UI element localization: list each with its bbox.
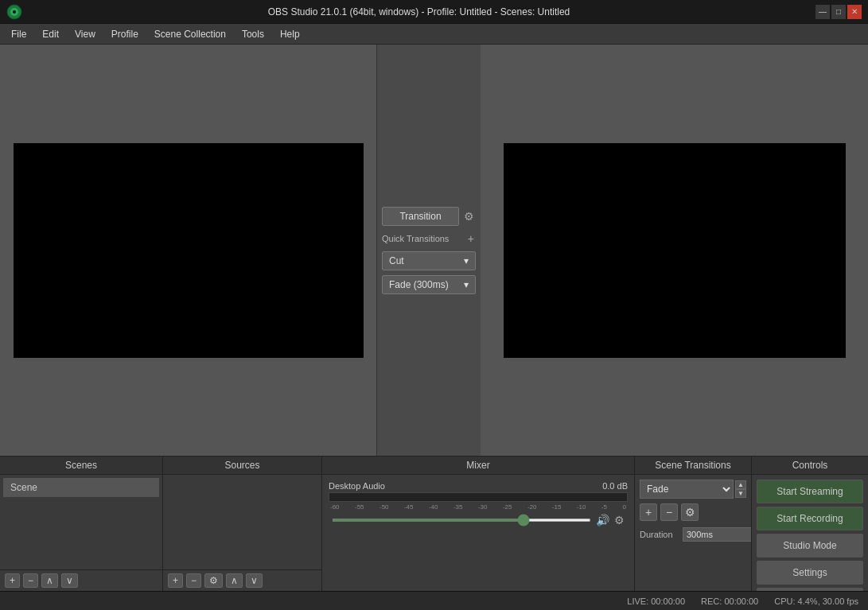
sources-toolbar: + − ⚙ ∧ ∨ <box>163 569 321 591</box>
add-source-button[interactable]: + <box>168 573 183 588</box>
transition-panel: Transition ⚙ Quick Transitions + Cut ▾ F… <box>377 45 481 456</box>
scene-transitions-content: Fade ▲ ▼ + − ⚙ Duration ▲ ▼ <box>635 475 751 591</box>
controls-content: Start Streaming Start Recording Studio M… <box>752 475 868 591</box>
scene-transition-settings-button[interactable]: ⚙ <box>681 503 699 521</box>
quick-transitions-label: Quick Transitions <box>382 234 449 243</box>
menu-file[interactable]: File <box>3 26 34 42</box>
maximize-button[interactable]: □ <box>831 5 846 19</box>
svg-point-2 <box>13 10 16 14</box>
add-scene-button[interactable]: + <box>5 573 20 588</box>
rec-status: REC: 00:00:00 <box>701 596 758 606</box>
menu-tools[interactable]: Tools <box>234 26 272 42</box>
menu-view[interactable]: View <box>67 26 103 42</box>
scenes-toolbar: + − ∧ ∨ <box>0 569 162 591</box>
move-source-down-button[interactable]: ∨ <box>246 573 263 588</box>
exit-button[interactable]: Exit <box>757 588 863 591</box>
remove-source-button[interactable]: − <box>186 573 201 588</box>
volume-slider[interactable] <box>332 519 591 522</box>
fade-select-row: Fade ▲ ▼ <box>640 480 746 499</box>
mixer-settings-button[interactable]: ⚙ <box>614 514 625 526</box>
fade-dropdown-arrow: ▾ <box>464 279 469 290</box>
right-preview-panel <box>481 45 868 456</box>
fade-dropdown[interactable]: Fade (300ms) ▾ <box>382 275 476 294</box>
titlebar: OBS Studio 21.0.1 (64bit, windows) - Pro… <box>0 0 868 24</box>
cpu-status: CPU: 4.4%, 30.00 fps <box>774 596 858 606</box>
cut-dropdown-arrow: ▾ <box>464 255 469 266</box>
mute-button[interactable]: 🔊 <box>596 514 609 526</box>
mixer-panel: Mixer Desktop Audio 0.0 dB -60 -55 -50 -… <box>322 457 635 591</box>
titlebar-title: OBS Studio 21.0.1 (64bit, windows) - Pro… <box>268 6 570 17</box>
menu-edit[interactable]: Edit <box>34 26 67 42</box>
move-scene-down-button[interactable]: ∨ <box>61 573 78 588</box>
left-preview-screen <box>14 143 364 358</box>
start-streaming-button[interactable]: Start Streaming <box>757 480 863 503</box>
titlebar-controls: — □ ✕ <box>815 5 862 19</box>
mixer-content: Desktop Audio 0.0 dB -60 -55 -50 -45 -40… <box>322 475 634 591</box>
desktop-audio-level: 0.0 dB <box>602 481 628 491</box>
sources-panel: Sources + − ⚙ ∧ ∨ <box>163 457 322 591</box>
move-source-up-button[interactable]: ∧ <box>226 573 243 588</box>
move-scene-up-button[interactable]: ∧ <box>41 573 58 588</box>
minimize-button[interactable]: — <box>815 5 830 19</box>
scene-transitions-toolbar: + − ⚙ <box>640 503 746 521</box>
menu-profile[interactable]: Profile <box>103 26 146 42</box>
scenes-content: Scene <box>0 475 162 569</box>
meter-scale: -60 -55 -50 -45 -40 -35 -30 -25 -20 -15 … <box>329 503 628 511</box>
mixer-channel-desktop: Desktop Audio 0.0 dB -60 -55 -50 -45 -40… <box>325 478 631 531</box>
add-scene-transition-button[interactable]: + <box>640 503 657 521</box>
scenes-panel: Scenes Scene + − ∧ ∨ <box>0 457 163 591</box>
sources-header: Sources <box>163 457 321 475</box>
studio-mode-button[interactable]: Studio Mode <box>757 534 863 558</box>
sources-content <box>163 475 321 569</box>
desktop-audio-label: Desktop Audio <box>329 481 385 491</box>
statusbar: LIVE: 00:00:00 REC: 00:00:00 CPU: 4.4%, … <box>0 591 868 610</box>
controls-header: Controls <box>752 457 868 475</box>
duration-input[interactable] <box>683 527 751 542</box>
cut-dropdown[interactable]: Cut ▾ <box>382 251 476 270</box>
bottom-area: Scenes Scene + − ∧ ∨ Sources + − ⚙ ∧ ∨ M… <box>0 456 868 591</box>
settings-button[interactable]: Settings <box>757 561 863 585</box>
left-preview-panel <box>0 45 377 456</box>
right-preview-screen <box>504 143 846 358</box>
live-status: LIVE: 00:00:00 <box>627 596 685 606</box>
scenes-header: Scenes <box>0 457 162 475</box>
duration-label: Duration <box>640 530 679 539</box>
scene-transitions-header: Scene Transitions <box>635 457 751 475</box>
source-settings-button[interactable]: ⚙ <box>204 573 223 588</box>
main-area: Transition ⚙ Quick Transitions + Cut ▾ F… <box>0 45 868 456</box>
scene-item[interactable]: Scene <box>3 478 159 497</box>
scene-transitions-panel: Scene Transitions Fade ▲ ▼ + − ⚙ Duratio… <box>635 457 752 591</box>
mixer-controls: 🔊 ⚙ <box>329 512 628 528</box>
fade-type-select[interactable]: Fade <box>640 480 734 499</box>
fade-type-down-button[interactable]: ▼ <box>735 489 746 498</box>
remove-scene-button[interactable]: − <box>23 573 38 588</box>
add-quick-transition-icon[interactable]: + <box>466 231 476 247</box>
fade-type-spinner: ▲ ▼ <box>735 480 746 498</box>
controls-panel: Controls Start Streaming Start Recording… <box>752 457 868 591</box>
obs-logo <box>6 4 22 20</box>
start-recording-button[interactable]: Start Recording <box>757 507 863 530</box>
menu-scene-collection[interactable]: Scene Collection <box>146 26 234 42</box>
mixer-header: Mixer <box>322 457 634 475</box>
fade-type-up-button[interactable]: ▲ <box>735 480 746 489</box>
close-button[interactable]: ✕ <box>847 5 862 19</box>
remove-scene-transition-button[interactable]: − <box>660 503 678 521</box>
transition-button[interactable]: Transition <box>382 207 459 226</box>
menu-help[interactable]: Help <box>272 26 308 42</box>
menubar: File Edit View Profile Scene Collection … <box>0 24 868 45</box>
audio-meter <box>329 492 628 502</box>
transition-settings-icon[interactable]: ⚙ <box>462 208 476 224</box>
duration-row: Duration ▲ ▼ <box>640 526 746 543</box>
